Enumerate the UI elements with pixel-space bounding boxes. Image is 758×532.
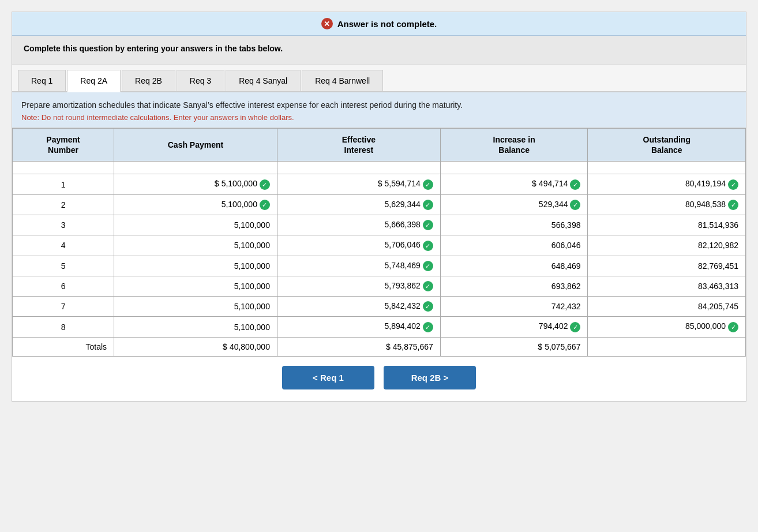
main-container: ✕ Answer is not complete. Complete this … <box>12 12 746 402</box>
cash-payment-cell: 5,100,000 <box>114 276 277 296</box>
check-icon: ✓ <box>260 179 270 190</box>
increase-balance-cell: 529,344✓ <box>440 194 588 215</box>
table-row: 55,100,0005,748,469✓648,46982,769,451 <box>13 256 746 276</box>
increase-balance-cell: $494,714✓ <box>440 174 588 194</box>
cash-payment-cell: 5,100,000 <box>114 215 277 235</box>
error-icon: ✕ <box>321 18 333 29</box>
totals-cash: $40,800,000 <box>114 337 277 356</box>
tab-req2a[interactable]: Req 2A <box>67 70 121 92</box>
check-icon: ✓ <box>423 200 433 210</box>
check-icon: ✓ <box>570 179 580 190</box>
check-icon: ✓ <box>728 179 738 190</box>
note: Note: Do not round intermediate calculat… <box>21 113 737 122</box>
increase-balance-cell: 648,469 <box>440 256 588 276</box>
outstanding-balance-cell: 80,419,194✓ <box>588 174 746 194</box>
payment-number-cell: 3 <box>13 215 114 235</box>
increase-balance-cell: 742,432 <box>440 297 588 317</box>
tab-req3[interactable]: Req 3 <box>177 70 224 91</box>
tab-req4barnwell[interactable]: Req 4 Barnwell <box>302 70 383 91</box>
increase-balance-cell: 606,046 <box>440 235 588 256</box>
outstanding-balance-cell: 82,769,451 <box>588 256 746 276</box>
payment-number-cell: 2 <box>13 194 114 215</box>
col-header-increase-balance: Increase inBalance <box>440 129 588 162</box>
effective-interest-cell: 5,842,432✓ <box>277 297 440 317</box>
check-icon: ✓ <box>423 241 433 251</box>
increase-balance-cell: 794,402✓ <box>440 317 588 337</box>
totals-inc: $5,075,667 <box>440 337 588 356</box>
table-row: 25,100,000✓5,629,344✓529,344✓80,948,538✓ <box>13 194 746 215</box>
cash-payment-cell: 5,100,000 <box>114 235 277 256</box>
payment-number-cell: 1 <box>13 174 114 194</box>
col-header-outstanding-balance: OutstandingBalance <box>588 129 746 162</box>
totals-row: Totals$40,800,000$45,875,667$5,075,667 <box>13 337 746 356</box>
check-icon: ✓ <box>423 261 433 271</box>
effective-interest-cell: 5,629,344✓ <box>277 194 440 215</box>
payment-number-cell: 4 <box>13 235 114 256</box>
amortization-table: PaymentNumber Cash Payment EffectiveInte… <box>12 128 746 357</box>
check-icon: ✓ <box>423 179 433 190</box>
blank-row <box>13 162 746 174</box>
outstanding-balance-cell: 81,514,936 <box>588 215 746 235</box>
payment-number-cell: 8 <box>13 317 114 337</box>
check-icon: ✓ <box>423 281 433 291</box>
outstanding-balance-cell: 85,000,000✓ <box>588 317 746 337</box>
tabs-row: Req 1 Req 2A Req 2B Req 3 Req 4 Sanyal R… <box>12 65 746 92</box>
check-icon: ✓ <box>423 322 433 332</box>
tab-req2b[interactable]: Req 2B <box>122 70 175 91</box>
cash-payment-cell: 5,100,000 <box>114 297 277 317</box>
col-header-cash-payment: Cash Payment <box>114 129 277 162</box>
check-icon: ✓ <box>260 200 270 210</box>
table-wrapper: PaymentNumber Cash Payment EffectiveInte… <box>12 128 746 357</box>
effective-interest-cell: 5,793,862✓ <box>277 276 440 296</box>
table-row: 65,100,0005,793,862✓693,86283,463,313 <box>13 276 746 296</box>
effective-interest-cell: 5,706,046✓ <box>277 235 440 256</box>
prev-button[interactable]: < Req 1 <box>282 366 374 389</box>
outstanding-balance-cell: 82,120,982 <box>588 235 746 256</box>
effective-interest-cell: 5,666,398✓ <box>277 215 440 235</box>
totals-out <box>588 337 746 356</box>
outstanding-balance-cell: 84,205,745 <box>588 297 746 317</box>
nav-buttons: < Req 1 Req 2B > <box>12 357 746 401</box>
cash-payment-cell: 5,100,000 <box>114 317 277 337</box>
effective-interest-cell: 5,894,402✓ <box>277 317 440 337</box>
cash-payment-cell: 5,100,000✓ <box>114 194 277 215</box>
col-header-effective-interest: EffectiveInterest <box>277 129 440 162</box>
content-area: Prepare amortization schedules that indi… <box>12 92 746 128</box>
increase-balance-cell: 693,862 <box>440 276 588 296</box>
cash-payment-cell: $5,100,000✓ <box>114 174 277 194</box>
alert-text: Answer is not complete. <box>337 19 437 29</box>
payment-number-cell: 5 <box>13 256 114 276</box>
increase-balance-cell: 566,398 <box>440 215 588 235</box>
alert-bar: ✕ Answer is not complete. <box>12 12 746 36</box>
description: Prepare amortization schedules that indi… <box>21 100 737 110</box>
check-icon: ✓ <box>570 200 580 210</box>
cash-payment-cell: 5,100,000 <box>114 256 277 276</box>
table-row: 35,100,0005,666,398✓566,39881,514,936 <box>13 215 746 235</box>
outstanding-balance-cell: 83,463,313 <box>588 276 746 296</box>
check-icon: ✓ <box>728 322 738 332</box>
next-button[interactable]: Req 2B > <box>384 366 476 389</box>
outstanding-balance-cell: 80,948,538✓ <box>588 194 746 215</box>
check-icon: ✓ <box>728 200 738 210</box>
totals-eff: $45,875,667 <box>277 337 440 356</box>
effective-interest-cell: $5,594,714✓ <box>277 174 440 194</box>
payment-number-cell: 6 <box>13 276 114 296</box>
tab-req1[interactable]: Req 1 <box>18 70 66 91</box>
table-row: 1$5,100,000✓$5,594,714✓$494,714✓80,419,1… <box>13 174 746 194</box>
effective-interest-cell: 5,748,469✓ <box>277 256 440 276</box>
instruction-text: Complete this question by entering your … <box>24 44 283 53</box>
check-icon: ✓ <box>423 301 433 312</box>
tab-req4sanyal[interactable]: Req 4 Sanyal <box>226 70 301 91</box>
table-row: 75,100,0005,842,432✓742,43284,205,745 <box>13 297 746 317</box>
payment-number-cell: 7 <box>13 297 114 317</box>
totals-label: Totals <box>13 337 114 356</box>
check-icon: ✓ <box>570 322 580 332</box>
table-row: 45,100,0005,706,046✓606,04682,120,982 <box>13 235 746 256</box>
col-header-payment-number: PaymentNumber <box>13 129 114 162</box>
check-icon: ✓ <box>423 220 433 230</box>
table-row: 85,100,0005,894,402✓794,402✓85,000,000✓ <box>13 317 746 337</box>
instruction-bar: Complete this question by entering your … <box>12 36 746 65</box>
